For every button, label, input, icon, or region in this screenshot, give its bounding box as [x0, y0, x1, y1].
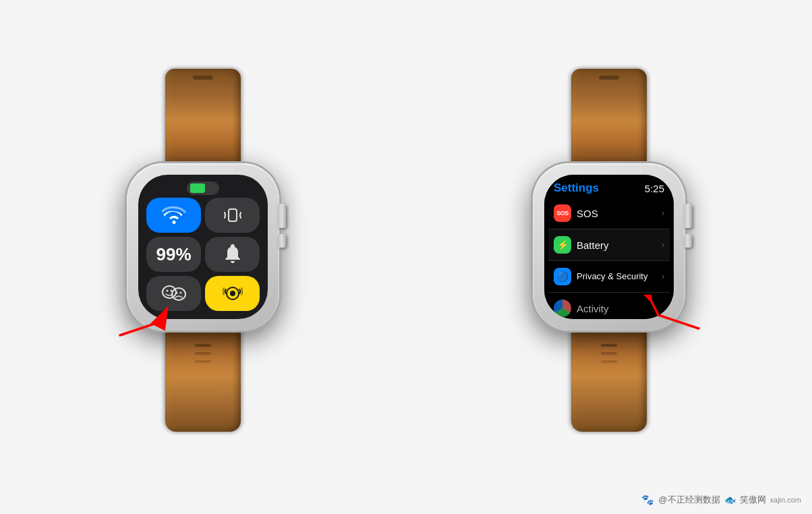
- watermark-domain: xajin.com: [770, 496, 801, 504]
- control-grid: 99%: [144, 198, 262, 314]
- walkie-button[interactable]: [205, 276, 260, 311]
- strap-bottom-left: [165, 331, 241, 432]
- battery-label: Battery: [577, 239, 609, 251]
- watch-crown-left[interactable]: [278, 204, 286, 228]
- strap-bottom-right: [571, 331, 647, 432]
- activity-label: Activity: [577, 303, 609, 314]
- battery-fill: [190, 183, 205, 193]
- watch-left: 99%: [127, 69, 279, 432]
- battery-icon: ⚡: [554, 236, 571, 254]
- svg-point-8: [230, 291, 235, 296]
- settings-title: Settings: [554, 181, 599, 195]
- watermark-handle: @不正经测数据: [658, 494, 720, 506]
- svg-rect-0: [229, 209, 237, 221]
- battery-bar-top: [187, 180, 219, 195]
- strap-top-left: [165, 69, 241, 163]
- svg-point-5: [175, 292, 177, 294]
- battery-percent-button[interactable]: 99%: [146, 237, 201, 272]
- privacy-label: Privacy & Security: [577, 271, 647, 283]
- phone-icon: [222, 204, 243, 226]
- svg-point-4: [172, 288, 185, 300]
- svg-point-6: [179, 292, 181, 294]
- battery-indicator: [187, 181, 219, 195]
- page-container: 99%: [0, 0, 812, 514]
- bell-button[interactable]: [205, 237, 260, 272]
- watermark-icon: 🐾: [641, 494, 654, 506]
- arrow-watch2: [618, 295, 705, 335]
- watch-crown-small-right[interactable]: [684, 234, 692, 248]
- settings-time: 5:25: [645, 183, 664, 194]
- battery-percent-label: 99%: [156, 244, 191, 265]
- watch-crown-right[interactable]: [684, 204, 692, 228]
- svg-point-1: [163, 286, 176, 298]
- sos-icon: SOS: [554, 204, 571, 222]
- watch-right: Settings 5:25 SOS SOS › ⚡: [533, 69, 685, 432]
- privacy-icon: 🔵: [554, 268, 571, 285]
- strap-top-right: [571, 69, 647, 163]
- phone-button[interactable]: [205, 198, 260, 233]
- settings-header: Settings 5:25: [544, 175, 674, 198]
- settings-item-sos[interactable]: SOS SOS ›: [548, 198, 670, 229]
- arrow-watch1: [113, 302, 194, 342]
- wifi-icon: [162, 206, 186, 225]
- sos-arrow: ›: [662, 208, 664, 218]
- watermark-site: 笑傲网: [740, 494, 766, 506]
- settings-item-battery[interactable]: ⚡ Battery ›: [548, 229, 670, 261]
- sos-label: SOS: [577, 208, 598, 219]
- wifi-button[interactable]: [146, 198, 201, 233]
- watch-screen-left: 99%: [138, 175, 268, 319]
- walkie-icon: [223, 283, 243, 304]
- watch-crown-small-left[interactable]: [278, 234, 286, 248]
- activity-icon: [554, 299, 571, 317]
- svg-point-2: [166, 290, 168, 292]
- theater-icon: [161, 285, 187, 302]
- battery-arrow: ›: [662, 240, 664, 250]
- settings-item-privacy[interactable]: 🔵 Privacy & Security ›: [548, 261, 670, 293]
- control-center: 99%: [138, 175, 268, 319]
- watermark: 🐾 @不正经测数据 🐟 笑傲网 xajin.com: [641, 494, 801, 506]
- watermark-fish: 🐟: [724, 494, 736, 505]
- privacy-arrow: ›: [662, 272, 664, 281]
- bell-icon: [224, 244, 241, 264]
